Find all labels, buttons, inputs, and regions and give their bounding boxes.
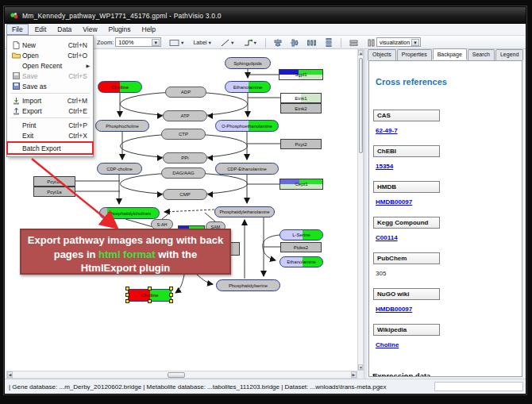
- xref-link[interactable]: 62-49-7: [376, 127, 398, 134]
- align-horizontal-center-button[interactable]: [272, 37, 284, 48]
- file-menu-popup: NewCtrl+NOpenCtrl+OOpen Recent▶SaveCtrl+…: [6, 35, 94, 157]
- xref-link[interactable]: HMDB00097: [376, 306, 412, 313]
- file-menu-open[interactable]: OpenCtrl+O: [8, 50, 92, 60]
- common-height-icon: [367, 39, 376, 47]
- pathway-node-phosphocholine[interactable]: Phosphocholine: [95, 120, 149, 132]
- pathway-node-ctp[interactable]: CTP: [161, 129, 206, 140]
- line-button[interactable]: ▼: [218, 37, 237, 48]
- side-panel-tabs: ObjectsPropertiesBackpageSearchLegend: [368, 49, 524, 60]
- chevron-down-icon[interactable]: ▼: [230, 40, 234, 45]
- label-button[interactable]: Label▼: [191, 38, 214, 47]
- distribute-vertical-button[interactable]: [322, 37, 335, 48]
- file-menu-batch-export[interactable]: Batch Export: [8, 143, 92, 153]
- scroll-left-icon[interactable]: ◀: [7, 371, 13, 378]
- file-menu-save[interactable]: SaveCtrl+S: [8, 71, 92, 81]
- selection-handle[interactable]: [148, 287, 152, 290]
- menubar-item-file[interactable]: File: [6, 24, 29, 35]
- pathway-node-phosphatidylserine[interactable]: Phosphatidylserine: [216, 279, 280, 291]
- pathway-node-phosphatidylethanolamine[interactable]: Phosphatidylethanolamine: [214, 206, 275, 217]
- pathway-node-o-phosphoethanolamine[interactable]: O-Phosphoethanolamine: [215, 120, 279, 132]
- zoom-value: 100%: [118, 39, 133, 46]
- selection-handle[interactable]: [169, 293, 173, 297]
- scroll-right-icon[interactable]: ▶: [351, 371, 357, 378]
- file-menu-export[interactable]: ExportCtrl+E: [8, 106, 92, 116]
- menubar-item-data[interactable]: Data: [52, 25, 76, 34]
- pathway-node-ptdss2[interactable]: Ptdss2: [280, 242, 322, 252]
- align-horizontal-center-icon: [274, 39, 282, 47]
- pathway-node-pcyt2[interactable]: Pcyt2: [280, 139, 322, 149]
- pathway-node-sgpl1[interactable]: Sgpl1: [279, 69, 323, 80]
- visualization-combobox[interactable]: visualization ▼: [376, 37, 421, 47]
- chevron-down-icon[interactable]: ▼: [180, 40, 184, 45]
- xref-link[interactable]: C00114: [376, 234, 398, 241]
- pathway-node-ethanolamine-lower[interactable]: Ethanolamine: [279, 256, 323, 267]
- menubar-item-help[interactable]: Help: [137, 25, 160, 34]
- chevron-down-icon[interactable]: ▼: [208, 40, 212, 45]
- pathway-node-cmp[interactable]: CMP: [163, 189, 207, 200]
- chevron-down-icon[interactable]: ▼: [411, 39, 419, 46]
- vertical-scroll-thumb[interactable]: [359, 58, 363, 153]
- xref-source-title: ChEBI: [373, 145, 440, 157]
- backpage-content[interactable]: Cross references CAS62-49-7ChEBI15354HMD…: [368, 60, 522, 377]
- xref-section-nugo-wiki: NuGO wikiHMDB00097: [373, 288, 516, 314]
- tab-objects[interactable]: Objects: [368, 49, 396, 60]
- align-vertical-center-button[interactable]: [288, 37, 301, 48]
- chevron-down-icon[interactable]: ▼: [152, 39, 160, 46]
- scroll-down-icon[interactable]: ▼: [358, 364, 363, 370]
- connector-button[interactable]: ▼: [241, 37, 260, 48]
- title-bar[interactable]: Mm_Kennedy_pathway_WP1771_45176.gpml - P…: [5, 7, 526, 24]
- file-menu-item-label: Open Recent: [22, 62, 62, 70]
- tab-search[interactable]: Search: [468, 49, 495, 60]
- menubar-item-edit[interactable]: Edit: [30, 25, 52, 34]
- selection-handle[interactable]: [169, 287, 173, 290]
- pathway-node-pcyt1a[interactable]: Pcyt1a: [33, 187, 75, 197]
- file-menu-import[interactable]: ImportCtrl+M: [8, 95, 92, 106]
- shortcut-label: Ctrl+E: [68, 107, 87, 115]
- xref-source-title: CAS: [373, 110, 440, 121]
- xref-section-kegg-compound: Kegg CompoundC00114: [373, 217, 516, 243]
- selection-handle[interactable]: [125, 287, 129, 290]
- xref-link[interactable]: Choline: [376, 341, 399, 348]
- pathway-node-l-serine[interactable]: L-Serine: [279, 229, 323, 240]
- file-menu-exit[interactable]: ExitCtrl+X: [8, 130, 92, 140]
- file-menu-save-as[interactable]: Save as: [8, 81, 92, 91]
- xref-link[interactable]: HMDB00097: [376, 198, 412, 206]
- pathway-node-etnk1[interactable]: Etnk1: [280, 93, 322, 103]
- chevron-down-icon[interactable]: ▼: [253, 40, 257, 45]
- tab-properties[interactable]: Properties: [397, 49, 432, 60]
- pathway-node-adp[interactable]: ADP: [165, 87, 206, 98]
- selection-handle[interactable]: [169, 299, 173, 303]
- pathway-node-sphingolipids[interactable]: Sphingolipids: [225, 57, 271, 69]
- file-menu-new[interactable]: NewCtrl+N: [8, 40, 92, 50]
- pathway-node-phosphatidylcholines[interactable]: Phosphatidylcholines: [99, 207, 160, 219]
- tab-backpage[interactable]: Backpage: [433, 48, 467, 60]
- pathway-node-atp[interactable]: ATP: [163, 110, 207, 121]
- pathway-node-ppi[interactable]: PPi: [163, 152, 207, 164]
- pathway-node-cept1[interactable]: Cept1: [279, 179, 323, 190]
- scroll-up-icon[interactable]: ▲: [358, 50, 363, 56]
- horizontal-scroll-thumb[interactable]: [168, 372, 185, 378]
- common-width-button[interactable]: [347, 37, 360, 48]
- pathway-node-ethanolamine-top[interactable]: Ethanolamine: [225, 81, 271, 93]
- submenu-arrow-icon: ▶: [86, 63, 90, 68]
- selection-handle[interactable]: [125, 299, 129, 303]
- menubar-item-plugins[interactable]: Plugins: [104, 25, 136, 34]
- xref-link[interactable]: 15354: [376, 163, 393, 170]
- pathway-node-cdp-ethanolamine[interactable]: CDP-Ethanolamine: [215, 163, 279, 175]
- horizontal-scrollbar[interactable]: ◀ ▶: [6, 371, 357, 379]
- pathway-node-cdp-choline[interactable]: CDP-choline: [97, 163, 142, 175]
- vertical-scrollbar[interactable]: ▲ ▼: [357, 49, 364, 371]
- datanode-button[interactable]: ▼: [167, 37, 187, 48]
- selection-handle[interactable]: [148, 299, 152, 303]
- pathway-node-choline-top[interactable]: Choline: [98, 81, 142, 93]
- selection-handle[interactable]: [125, 293, 129, 297]
- pathway-node-etnk2[interactable]: Etnk2: [280, 103, 322, 114]
- menubar-item-view[interactable]: View: [78, 25, 102, 34]
- pathway-node-pcyt1b[interactable]: Pcyt1b: [33, 176, 75, 187]
- zoom-combobox[interactable]: 100% ▼: [115, 37, 161, 47]
- file-menu-open-recent[interactable]: Open Recent▶: [8, 60, 92, 71]
- distribute-horizontal-button[interactable]: [305, 37, 318, 48]
- pathway-node-dag-aag[interactable]: DAG/AAG: [161, 167, 206, 179]
- tab-legend[interactable]: Legend: [495, 49, 523, 60]
- file-menu-print[interactable]: PrintCtrl+P: [8, 120, 92, 130]
